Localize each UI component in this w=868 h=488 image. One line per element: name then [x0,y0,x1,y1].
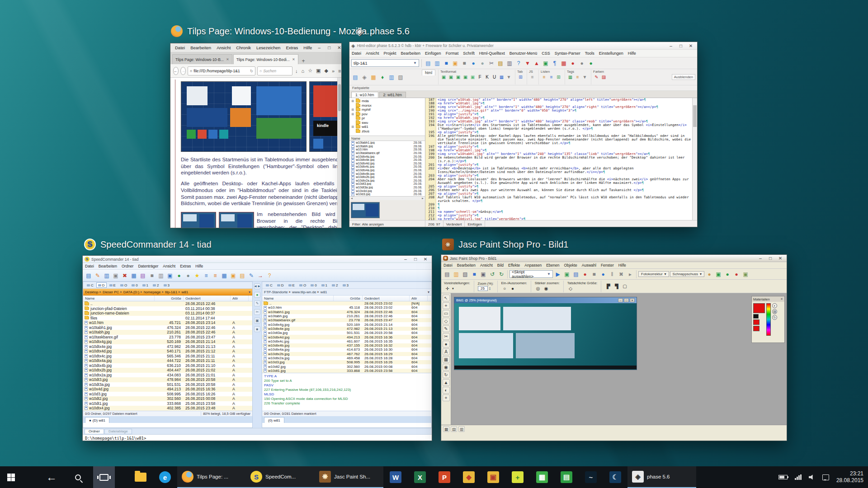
material-swatch[interactable] [753,319,760,325]
volume-icon[interactable] [809,474,815,480]
code-line-208[interactable]: 208Auf Tablets läuft W10 automatisch im … [425,196,692,203]
status-icon[interactable]: ▦ [443,426,449,432]
tool-button-1[interactable]: + [443,302,450,309]
taskbar-word[interactable]: W [383,466,408,488]
sc-toolbar-icon-5[interactable]: ▦ [130,272,138,279]
taskbar-pinned-app-3[interactable]: + [505,466,530,488]
minimize-button[interactable]: – [401,257,410,262]
close-button[interactable]: ✕ [776,256,785,261]
code-line-200[interactable]: 200Im nebenstehenden Bild wird gerade de… [425,156,692,163]
format-icon-0[interactable]: ≡ [529,74,536,80]
middle-toolbar-icon-5[interactable]: ■ [254,326,260,332]
tree-item-morsx[interactable]: morsx [351,103,425,108]
file-item-w10dtx2b-jpg[interactable]: w10dtx2b.jpg26.08. [349,175,425,179]
close-button[interactable]: ✕ [630,298,635,302]
phase-toolbar-icon-1[interactable]: ▥ [433,60,441,67]
status-icon[interactable]: ▥ [458,426,465,432]
column-header-ge-ndert[interactable]: Geändert [363,296,410,301]
table-row-w10dt1-jpg[interactable]: w10dt1.jpg333.86825.08.2015 23:58604 [262,369,431,373]
taskbar-paint-shop-pro[interactable]: ❋Jasc Paint Sh... [315,466,383,488]
tool-button-2[interactable]: ▭ [443,310,450,317]
firefox-menu-ansicht[interactable]: Ansicht [214,45,233,51]
format-icon-4[interactable]: ▣ [469,74,476,80]
sc-toolbar-icon-15[interactable]: ▦ [220,272,228,279]
file-item-w10dtx4d-jpg[interactable]: w10dtx4d.jpg26.08. [349,162,425,165]
start-button[interactable] [0,466,22,488]
maximize-button[interactable]: □ [766,256,775,261]
format-icon-0[interactable]: ✎ [593,74,600,80]
taskview-thumb-label-psp[interactable]: ❋ Jasc Paint Shop Pro - Bild1 [442,239,568,250]
screenshot-tablet-mode[interactable]: kindle [309,81,341,152]
psp-menu-effekte[interactable]: Effekte [506,263,522,267]
tab-dateiablage[interactable]: Dateiablage [104,429,132,434]
table-row-w10dt3a-jpg[interactable]: w10dt3a.jpg501.53126.08.2015 20:58A [83,382,252,387]
taskview-thumb-label-phase[interactable]: ◈ phase 5.6 [354,25,410,37]
action-center-icon[interactable] [822,474,829,480]
close-button[interactable]: ✕ [421,257,430,262]
phase-toolbar-icon-5[interactable]: ● [469,60,477,67]
shield-icon[interactable]: ◆ [323,68,329,74]
psp-toolbar-icon-0[interactable]: ▤ [443,271,451,278]
column-headers-left[interactable]: NameGrößeGeändertAttr [83,296,252,301]
minimize-button[interactable]: – [618,298,623,302]
taskbar-firefox[interactable]: Tilps Page: ... [177,466,246,488]
file-item-w10dtx4g-jpg[interactable]: w10dtx4g.jpg26.08. [349,155,425,158]
format-icon-2[interactable]: ⊞ [555,74,562,80]
taskbar-pinned-app-1[interactable]: ◆ [457,466,481,488]
table-row-w10dtx4d-jpg[interactable]: w10dtx4d.jpg494.21326.08.2015 16:36604 [262,335,431,339]
phase-toolbar-icon-7[interactable]: ✂ [487,60,495,67]
column-header-gr-e[interactable]: Größe [155,296,184,301]
drive-button-c[interactable]: C [85,282,95,288]
phase-menu-einstellungen[interactable]: Einstellungen [597,51,626,56]
table-row-w10dtx2b-jpg[interactable]: w10dtx2b.jpg404.44726.08.2015 21:02A [83,368,252,373]
sc-toolbar-icon-18[interactable]: ✎ [247,272,255,279]
clock[interactable]: 23:21 28.08.2015 [836,470,863,484]
foreground-color-swatch[interactable] [753,303,765,313]
code-line-213[interactable]: 213<a href="w10dist1.jpg" title="vergröß… [425,217,692,220]
tree-item-swu[interactable]: swu [351,121,425,125]
phase-menu-projekt[interactable]: Projekt [382,51,399,56]
actual-size-icon[interactable]: ◇ [567,286,574,292]
psp-toolbar-icon-1[interactable]: ▥ [452,271,460,278]
back-button[interactable]: ← [41,466,62,488]
expand-icon[interactable]: ⊞ [351,125,354,128]
taskview-thumb-label-firefox[interactable]: Tilps Page: Windows-10-Bedienung - Mozil… [171,25,374,37]
taskview-thumb-label-speedcommander[interactable]: S SpeedCommander 14 - tiad [84,239,212,250]
file-item-w10tabh-jpg[interactable]: w10tabh.jpg28.08. [349,145,425,148]
file-item-w10x4d-jpg[interactable]: w10x4d.jpg26.08. [349,189,425,192]
middle-toolbar-icon-0[interactable]: ◄► [254,283,260,289]
expand-icon[interactable]: ⊞ [351,108,354,111]
sc-toolbar-icon-10[interactable]: ● [175,272,183,279]
back-button[interactable]: ← [173,67,179,75]
expand-icon[interactable]: ⊞ [351,113,354,116]
phase-panel-icon-1[interactable]: ◈ [360,74,368,81]
firefox-menu-extras[interactable]: Extras [283,45,301,51]
sc-toolbar-icon-14[interactable]: ≡ [211,272,219,279]
document-tab-0[interactable]: 1: w10.htm [351,92,378,98]
phase-toolbar-icon-2[interactable]: ■ [442,60,450,67]
code-line-204[interactable]: 204Aber nach dem "Loslassen" des Browser… [425,178,692,185]
phase-toolbar-icon-18[interactable]: ● [587,60,595,67]
phase-toolbar-icon-8[interactable]: ▤ [496,60,505,67]
tool-button-4[interactable]: ✎ [443,325,450,332]
tool-button-13[interactable]: + [443,394,450,401]
table-row-w10tabh1-jpg[interactable]: w10tabh1.jpg476.32428.08.2015 22:46A [83,325,252,330]
sc-toolbar-icon-13[interactable]: ≡ [202,272,210,279]
color-picker-gradient[interactable] [766,303,771,336]
breadcrumb-item-www-tilp-wn-de[interactable]: www.tilp-wn.de [292,290,316,294]
menu-icon[interactable]: ≡ [337,68,342,74]
drive-button-o[interactable]: O [297,282,308,288]
format-icon-3[interactable]: ▣ [462,74,469,80]
expand-icon[interactable]: ⊞ [351,99,354,103]
drive-button-3[interactable]: 3 [162,282,171,288]
phase-toolbar-icon-0[interactable]: ▤ [424,60,432,67]
middle-toolbar-icon-4[interactable]: ▣ [254,318,260,324]
table-row-w10-htm[interactable]: w10.htm45.72128.08.2015 23:14A [83,320,252,325]
search-button[interactable] [67,466,89,488]
table-row-w10dtx4e-jpg[interactable]: w10dtx4e.jpg472.98226.08.2015 21:13604 [262,327,431,331]
tree-item-mda[interactable]: ⊞mda [351,99,425,103]
psp-script-icon-5[interactable]: ● [599,271,607,278]
sc-menu-datei[interactable]: Datei [83,264,96,268]
taskbar-pinned-app-6[interactable]: ~ [579,466,603,488]
phase-toolbar-icon-9[interactable]: ▥ [505,60,514,67]
